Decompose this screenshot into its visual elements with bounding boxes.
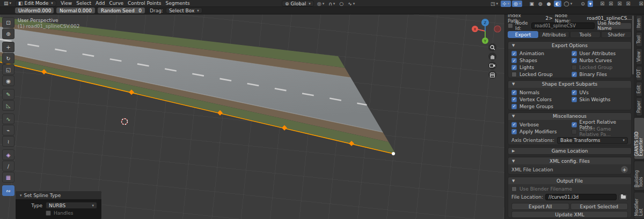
rotate-tool[interactable]: ↻ xyxy=(2,53,14,64)
browse-file-button[interactable] xyxy=(619,194,628,201)
sidebar-tab-modifier-list[interactable]: Modifier List xyxy=(634,192,644,219)
sidebar-tab-item[interactable]: Item xyxy=(636,15,642,31)
toggle-perspective-icon[interactable] xyxy=(488,71,496,79)
checkbox-user-attributes[interactable]: ✓ xyxy=(572,51,577,56)
tab-export[interactable]: Export xyxy=(508,31,538,38)
object-visibility-icon[interactable]: ◳▾ xyxy=(489,1,500,7)
checkbox-shapes[interactable]: ✓ xyxy=(511,58,517,63)
menu-view[interactable]: View xyxy=(58,1,74,6)
show-overlays-icon[interactable]: ◎▾ xyxy=(512,1,522,7)
shading-material-icon[interactable]: ◐ xyxy=(554,1,561,7)
addon-placeholder-icon-2[interactable]: ☒ xyxy=(607,1,614,7)
update-xml-button[interactable]: Update XML xyxy=(511,211,628,218)
checkbox-animation[interactable]: ✓ xyxy=(511,51,517,56)
section-header[interactable]: ▼ Shape Export Subparts xyxy=(508,81,631,88)
sidebar-tab-edit[interactable]: Edit xyxy=(636,82,642,97)
export-all-button[interactable]: Export All xyxy=(511,203,569,210)
navigation-gizmo[interactable]: Z X Y xyxy=(468,18,502,45)
measure-tool[interactable]: ◺ xyxy=(2,100,14,111)
operator-panel-header[interactable]: ▾ Set Spline Type xyxy=(16,191,101,199)
move-tool[interactable]: + xyxy=(2,42,14,52)
annotation-visibility-icon[interactable]: ⊙ xyxy=(579,1,587,7)
tab-shader[interactable]: Shader xyxy=(601,31,632,38)
add-xml-config-button[interactable]: + xyxy=(621,166,628,173)
normal-slider[interactable]: Normal 0.000 xyxy=(56,7,95,13)
axis-x-negative-handle[interactable] xyxy=(494,26,501,32)
sidebar-tab-building-tools[interactable]: Building Tools xyxy=(634,161,644,191)
shading-solid-icon[interactable]: ● xyxy=(545,1,553,7)
editor-type-button[interactable]: ▤ ▾ xyxy=(2,0,13,6)
sidebar-tab-paper[interactable]: Paper xyxy=(636,97,642,116)
menu-curve[interactable]: Curve xyxy=(107,1,126,6)
randomize-tool[interactable]: ▦ xyxy=(2,172,14,183)
handles-checkbox[interactable] xyxy=(46,210,51,216)
spline-endpoint[interactable] xyxy=(392,152,395,155)
addon-toggle-icon[interactable]: ▾ xyxy=(588,1,594,7)
proportional-editing-icon[interactable]: ○ xyxy=(338,1,345,7)
radius-tool[interactable]: ◈ xyxy=(2,149,14,160)
axis-orientations-dropdown[interactable]: Bake Transforms ▾ xyxy=(557,137,628,144)
sidebar-tab-view[interactable]: View xyxy=(636,48,642,65)
draw-tool[interactable]: ∿ xyxy=(2,114,14,124)
addon-placeholder-icon-5[interactable]: ☒ xyxy=(638,1,644,7)
export-selected-button[interactable]: Export Selected xyxy=(570,203,628,210)
use-node-name-button[interactable]: Use Node Name xyxy=(597,22,632,29)
node-id-field[interactable] xyxy=(531,22,595,29)
section-header[interactable]: ▶ Game Location xyxy=(508,148,631,155)
addon-placeholder-icon-1[interactable]: ☒ xyxy=(598,1,606,7)
checkbox-normals[interactable]: ✓ xyxy=(511,90,517,95)
section-header[interactable]: ▼ Miscellaneous xyxy=(508,113,631,120)
menu-segments[interactable]: Segments xyxy=(163,1,192,6)
transform-tool[interactable]: ◉ xyxy=(2,75,14,86)
menu-add[interactable]: Add xyxy=(93,1,107,6)
section-header[interactable]: ▼ Output File xyxy=(508,177,631,184)
scale-tool[interactable]: ◱ xyxy=(2,64,14,75)
tab-tools[interactable]: Tools xyxy=(570,31,601,38)
checkbox-apply-modifiers[interactable]: ✓ xyxy=(511,129,517,134)
checkbox-merge-groups[interactable]: ✓ xyxy=(511,104,517,109)
orientation-dropdown[interactable]: ⊕ Global ▾ xyxy=(282,1,314,6)
mode-dropdown[interactable]: ◧ Edit Mode ▾ xyxy=(15,1,56,6)
random-seed-field[interactable]: Random Seed 0 xyxy=(98,7,145,13)
checkbox-skin-weigths[interactable]: ✓ xyxy=(572,97,577,102)
snap-magnet-icon[interactable]: ∩▾ xyxy=(327,1,336,7)
zoom-icon[interactable] xyxy=(488,43,496,51)
select-box-tool[interactable]: ⊡ xyxy=(2,17,14,28)
xray-toggle-icon[interactable]: ▣ xyxy=(528,1,536,7)
checkbox-verbose[interactable]: ✓ xyxy=(511,122,517,127)
menu-select[interactable]: Select xyxy=(74,1,93,6)
checkbox-uvs[interactable]: ✓ xyxy=(572,90,577,95)
sidebar-tab-tool[interactable]: Tool xyxy=(636,32,642,47)
shading-rendered-icon[interactable]: ◯▾ xyxy=(562,1,574,7)
shading-wireframe-icon[interactable]: ◍ xyxy=(537,1,544,7)
checkbox-nurbs-curves[interactable]: ✓ xyxy=(572,58,577,63)
checkbox-export-relative-paths[interactable]: ✓ xyxy=(572,122,577,127)
section-header[interactable]: ▼ XML config. Files xyxy=(508,157,631,164)
tab-attributes[interactable]: Attributes xyxy=(539,31,569,38)
addon-placeholder-icon-3[interactable]: ☒ xyxy=(616,1,623,7)
addon-placeholder-icon-4[interactable]: ☒ xyxy=(624,1,632,7)
checkbox-locked-group[interactable] xyxy=(511,72,517,77)
sidebar-tab-pdt[interactable]: PDT xyxy=(636,66,642,81)
file-location-field[interactable] xyxy=(545,194,617,200)
camera-view-icon[interactable] xyxy=(488,62,496,70)
spline-edit-tool[interactable]: ∾ xyxy=(2,185,14,196)
tilt-tool[interactable]: ∕ xyxy=(2,161,14,171)
menu-control-points[interactable]: Control Points xyxy=(126,1,163,6)
sidebar-tab-giants-i3d-exporter[interactable]: GIANTS I3D Exporter xyxy=(634,117,644,160)
checkbox-binary-files[interactable]: ✓ xyxy=(572,72,577,77)
pen-tool[interactable]: ⌁ xyxy=(2,125,14,135)
pivot-point-icon[interactable]: ◎▾ xyxy=(316,1,326,7)
pan-icon[interactable] xyxy=(488,52,496,61)
spline-type-dropdown[interactable]: NURBS ▾ xyxy=(46,202,97,209)
checkbox-lights[interactable]: ✓ xyxy=(511,65,517,70)
uniform-slider[interactable]: Uniform 0.000 xyxy=(15,7,54,13)
curve-pen-tool[interactable]: ≀ xyxy=(2,136,14,147)
checkbox-vertex-colors[interactable]: ✓ xyxy=(511,97,517,102)
use-blender-filename-checkbox[interactable] xyxy=(511,186,517,192)
node-id-checkbox[interactable] xyxy=(508,23,513,28)
section-header[interactable]: ▼ Export Options xyxy=(508,42,631,49)
drag-mode-dropdown[interactable]: Select Box ▾ xyxy=(166,7,202,13)
cursor-tool[interactable]: ⊕ xyxy=(2,28,14,39)
annotate-tool[interactable]: ✎ xyxy=(2,89,14,100)
